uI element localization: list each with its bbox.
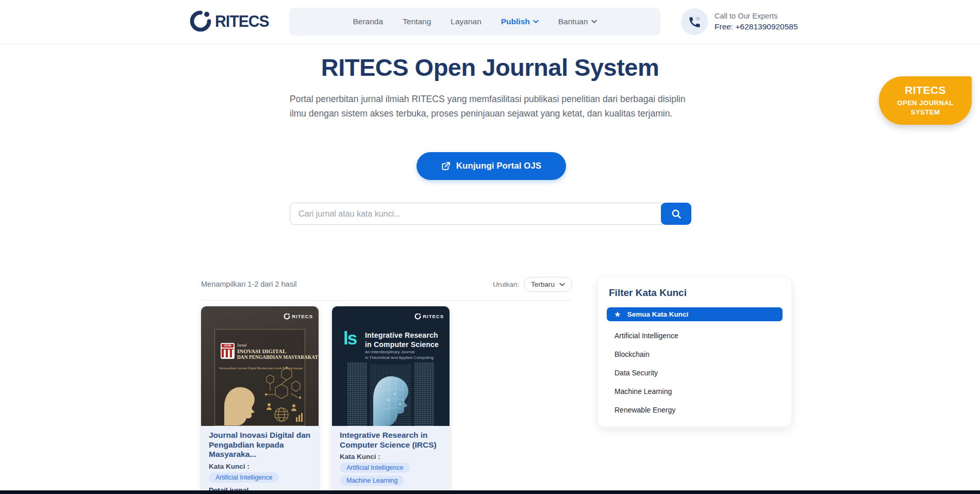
ribbon-line1: RITECS bbox=[879, 84, 972, 96]
cover-title-line2: in Computer Science bbox=[365, 340, 439, 350]
journal-card: RITECS IDPM Jurnal INOVASI DIGITAL DAN P… bbox=[201, 306, 319, 494]
phone-icon bbox=[681, 8, 708, 35]
sort-dropdown[interactable]: Terbaru bbox=[524, 277, 572, 292]
contact-text: Call to Our Experts Free: +6281390920585 bbox=[715, 12, 798, 31]
ircs-logo: ls bbox=[343, 329, 356, 347]
bottom-edge-strip bbox=[0, 490, 980, 494]
cover-kicker: Jurnal bbox=[237, 343, 318, 348]
contact-phone-number: Free: +6281390920585 bbox=[715, 22, 798, 31]
ribbon-line3: SYSTEM bbox=[879, 108, 972, 116]
star-icon: ★ bbox=[614, 311, 621, 318]
cover-subtitle-line1: An Interdisciplinary Journal bbox=[365, 349, 439, 355]
page-title: RITECS Open Journal System bbox=[0, 53, 980, 81]
cover-brand-name: RITECS bbox=[423, 314, 444, 319]
main-nav: Beranda Tentang Layanan Publish Bantuan bbox=[289, 8, 660, 36]
ribbon-line2: OPEN JOURNAL bbox=[879, 99, 972, 107]
sort-label: Urutkan: bbox=[493, 281, 519, 288]
nav-item-publish-label: Publish bbox=[501, 17, 530, 26]
keywords-label: Kata Kunci : bbox=[340, 453, 442, 460]
contact-line1: Call to Our Experts bbox=[715, 12, 798, 20]
nav-item-bantuan[interactable]: Bantuan bbox=[558, 17, 597, 26]
ojs-ribbon-badge: RITECS OPEN JOURNAL SYSTEM bbox=[879, 76, 972, 125]
chevron-down-icon bbox=[533, 20, 539, 24]
nav-item-publish[interactable]: Publish bbox=[501, 17, 539, 26]
chevron-down-icon bbox=[591, 20, 597, 24]
cover-title-line2: DAN PENGABDIAN MASYARAKAT bbox=[237, 355, 318, 360]
brand-logo-icon bbox=[189, 10, 212, 32]
journal-card-body: Integrative Research in Computer Science… bbox=[332, 426, 450, 494]
nav-item-bantuan-label: Bantuan bbox=[558, 17, 588, 26]
visit-ojs-button[interactable]: Kunjungi Portal OJS bbox=[417, 152, 566, 180]
keyword-tag: Artificial Intelligence bbox=[340, 463, 410, 473]
cover-title-line1: Integrative Research bbox=[365, 331, 439, 340]
filter-item-blockchain[interactable]: Blockchain bbox=[607, 350, 783, 358]
idpm-logo: IDPM bbox=[221, 343, 235, 359]
keywords-label: Kata Kunci : bbox=[209, 463, 311, 470]
idpm-pillars bbox=[222, 349, 234, 357]
filter-item-data-security[interactable]: Data Security bbox=[607, 369, 783, 377]
cover-inner-frame: IDPM Jurnal INOVASI DIGITAL DAN PENGABDI… bbox=[214, 329, 305, 426]
external-link-icon bbox=[441, 161, 451, 171]
search-input[interactable] bbox=[290, 203, 662, 225]
brand-logo[interactable]: RITECS bbox=[189, 10, 272, 32]
chevron-down-icon bbox=[559, 283, 565, 287]
cover-subtitle-line2: in Theoretical and Applied Computing bbox=[365, 355, 439, 360]
brand-logo-icon bbox=[414, 313, 421, 320]
cover-masthead: IDPM Jurnal INOVASI DIGITAL DAN PENGABDI… bbox=[221, 343, 301, 360]
nav-item-beranda[interactable]: Beranda bbox=[353, 17, 384, 26]
visit-ojs-button-label: Kunjungi Portal OJS bbox=[456, 161, 541, 171]
cover-title-block: Jurnal INOVASI DIGITAL DAN PENGABDIAN MA… bbox=[237, 343, 318, 360]
hero-description: Portal penerbitan jurnal ilmiah RITECS y… bbox=[290, 92, 689, 121]
network-hexagon-art bbox=[255, 364, 304, 424]
journal-card-body: Journal Inovasi Digital dan Pengabdian k… bbox=[201, 426, 319, 494]
journal-card: RITECS ls Integrative Research in Comput… bbox=[332, 306, 450, 494]
search-bar bbox=[290, 203, 691, 225]
nav-item-tentang[interactable]: Tentang bbox=[403, 17, 431, 26]
journal-cover-art: RITECS IDPM Jurnal INOVASI DIGITAL DAN P… bbox=[201, 306, 319, 426]
cover-title-line1: INOVASI DIGITAL bbox=[237, 348, 318, 354]
keyword-tag: Artificial Intelligence bbox=[209, 472, 279, 483]
header-contact: Call to Our Experts Free: +6281390920585 bbox=[681, 8, 798, 35]
cover-brand-logo: RITECS bbox=[414, 313, 444, 320]
journal-cover-art: RITECS ls Integrative Research in Comput… bbox=[332, 306, 450, 426]
page: RITECS Beranda Tentang Layanan Publish B… bbox=[0, 0, 980, 494]
keyword-filter-panel: Filter Kata Kunci ★ Semua Kata Kunci Art… bbox=[597, 277, 792, 427]
journal-title: Integrative Research in Computer Science… bbox=[340, 431, 442, 450]
search-icon bbox=[671, 208, 682, 220]
sort-group: Urutkan: Terbaru bbox=[493, 277, 572, 292]
header: RITECS Beranda Tentang Layanan Publish B… bbox=[0, 0, 980, 44]
cover-title-block: Integrative Research in Computer Science… bbox=[365, 331, 439, 360]
filter-item-all-label: Semua Kata Kunci bbox=[627, 310, 689, 318]
sort-value: Terbaru bbox=[531, 281, 555, 288]
journal-title: Journal Inovasi Digital dan Pengabdian k… bbox=[209, 431, 311, 459]
filter-item-renewable-energy[interactable]: Renewable Energy bbox=[607, 406, 783, 414]
results-summary: Menampilkan 1-2 dari 2 hasil bbox=[201, 280, 296, 288]
keyword-tag: Machine Learning bbox=[340, 475, 404, 486]
ai-head-art bbox=[364, 362, 418, 426]
brand-name: RITECS bbox=[215, 12, 269, 31]
cover-brand-logo: RITECS bbox=[284, 313, 313, 320]
filter-item-machine-learning[interactable]: Machine Learning bbox=[607, 387, 783, 396]
brand-logo-icon bbox=[284, 313, 290, 320]
filter-item-artificial-intelligence[interactable]: Artificial Intelligence bbox=[607, 332, 783, 340]
search-button[interactable] bbox=[661, 203, 691, 225]
filter-item-all-keywords[interactable]: ★ Semua Kata Kunci bbox=[607, 307, 783, 321]
filter-title: Filter Kata Kunci bbox=[609, 287, 783, 299]
nav-item-layanan[interactable]: Layanan bbox=[451, 17, 481, 26]
cover-brand-name: RITECS bbox=[292, 314, 313, 319]
idpm-logo-text: IDPM bbox=[222, 344, 234, 348]
results-divider bbox=[201, 300, 572, 301]
